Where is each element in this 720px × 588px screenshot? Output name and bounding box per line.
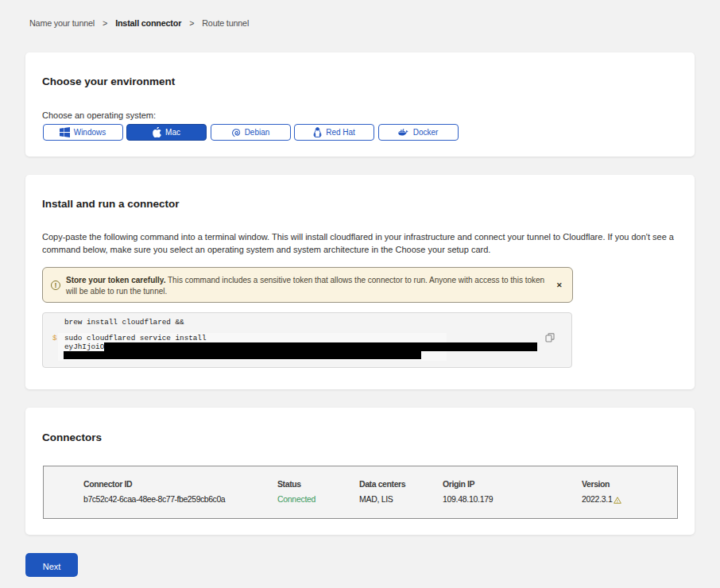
- svg-text:!: !: [617, 499, 618, 504]
